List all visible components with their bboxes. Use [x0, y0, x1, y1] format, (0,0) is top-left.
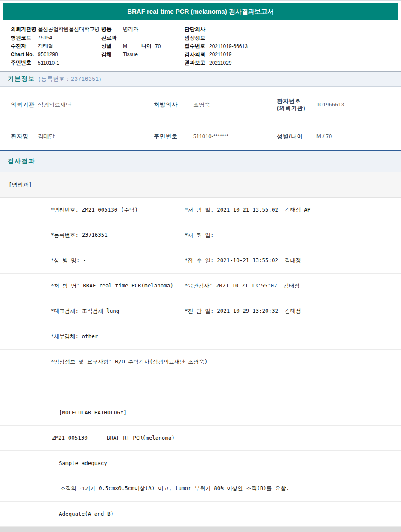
page-bottom-edge: [0, 527, 401, 532]
field-label: 주민번호: [11, 59, 38, 66]
department-label: [병리과]: [9, 181, 32, 189]
result-text-left: [MOLECULAR PATHOLOGY]: [0, 409, 185, 416]
field-label: 성별: [101, 42, 123, 50]
field-label: 나이: [141, 42, 155, 50]
field-value: 울산공업학원울산대학교병: [38, 26, 101, 33]
field-label: 병동: [101, 26, 123, 33]
field-value: M: [123, 43, 141, 49]
info-row-chart-no: Chart No. 9501290 검체 Tissue 검사의뢰 2021101…: [0, 51, 401, 59]
table-row: 환자명 김태달 주민번호 511010-******* 성별/나이 M / 70: [0, 123, 401, 150]
field-label: 환자명: [11, 133, 38, 140]
result-text-left: ZM21-005130 BRAF RT-PCR(melanoma): [0, 435, 185, 441]
field-label: 처방의사: [154, 101, 193, 109]
result-row: *임상정보 및 요구사항: R/O 수탁검사(삼광의료재단-조영숙): [0, 350, 401, 375]
field-value: 20211029: [209, 60, 401, 66]
field-value: 20211019: [209, 51, 401, 57]
result-rows: *병리번호: ZM21-005130 (수탁) *처 방 일: 2021-10-…: [0, 198, 401, 527]
field-value: 75154: [38, 35, 101, 41]
result-text-right: *채 취 일:: [185, 232, 214, 239]
result-row-test-name: ZM21-005130 BRAF RT-PCR(melanoma): [0, 426, 401, 451]
result-text-left: *등록번호: 23716351: [0, 232, 185, 239]
section-header-results: 검사결과: [0, 151, 401, 172]
field-label: 병원코드: [11, 34, 38, 42]
field-value: 70: [155, 43, 185, 49]
field-label: 접수번호: [185, 42, 209, 50]
section-title: 검사결과: [8, 157, 35, 165]
result-row-molecular-pathology: [MOLECULAR PATHOLOGY]: [0, 400, 401, 426]
basic-info-table: 의뢰기관 삼광의료재단 처방의사 조영숙 환자번호 (의뢰기관) 1019666…: [0, 87, 401, 151]
result-row: *처 방 명: BRAF real-time PCR(melanoma) *육안…: [0, 274, 401, 299]
result-row-blank: [0, 375, 401, 400]
result-text-right: *육안검사: 2021-10-21 13:55:02 김태정: [185, 282, 300, 290]
field-value: 김태달: [38, 42, 101, 50]
field-value: 511010-1: [38, 60, 101, 66]
table-row: 의뢰기관 삼광의료재단 처방의사 조영숙 환자번호 (의뢰기관) 1019666…: [0, 87, 401, 123]
section-header-basic-info: 기본정보 (등록번호 : 23716351): [0, 71, 401, 87]
report-title-bar: BRAF real-time PCR (melanoma) 검사결과보고서: [3, 3, 398, 20]
field-label: 결과보고: [185, 59, 209, 66]
field-label: 수진자: [11, 42, 38, 50]
result-row: *세부검체: other: [0, 324, 401, 350]
patient-header-info: 의뢰기관명 울산공업학원울산대학교병 병동 병리과 담당의사 병원코드 7515…: [0, 20, 401, 71]
field-label: 검사의뢰: [185, 51, 209, 58]
result-text-left: *임상정보 및 요구사항: R/O 수탁검사(삼광의료재단-조영숙): [0, 358, 207, 366]
field-label: 검체: [101, 51, 123, 58]
result-row: *대표검체: 조직검체 lung *진 단 일: 2021-10-29 13:2…: [0, 299, 401, 324]
field-label: 의뢰기관명: [11, 26, 38, 33]
info-row-patient: 수진자 김태달 성별 M 나이 70 접수번호 20211019-66613: [0, 42, 401, 51]
result-text-right: *진 단 일: 2021-10-29 13:20:32 김태정: [185, 308, 301, 315]
result-text-left: *병리번호: ZM21-005130 (수탁): [0, 206, 185, 214]
field-value: 병리과: [123, 26, 185, 33]
info-row-referrer: 의뢰기관명 울산공업학원울산대학교병 병동 병리과 담당의사: [0, 25, 401, 34]
field-label: 의뢰기관: [11, 101, 38, 109]
field-label: Chart No.: [11, 51, 38, 57]
result-row-sample-adequacy: Sample adequacy: [0, 451, 401, 476]
field-value: 20211019-66613: [209, 43, 401, 49]
result-text-left: Sample adequacy: [0, 460, 185, 466]
result-row-adequacy-criteria: 조직의 크기가 0.5cmx0.5cm이상(A) 이고, tumor 부위가 8…: [0, 476, 401, 502]
field-label-patient-no: 환자번호 (의뢰기관): [277, 98, 316, 112]
result-row: *상 병 명: - *접 수 일: 2021-10-21 13:55:02 김태…: [0, 248, 401, 274]
result-text-left: 조직의 크기가 0.5cmx0.5cm이상(A) 이고, tumor 부위가 8…: [0, 485, 289, 492]
field-label: 담당의사: [185, 26, 209, 33]
field-value: 101966613: [316, 101, 401, 108]
result-text-left: Adequate(A and B): [0, 511, 185, 517]
info-row-hospital-code: 병원코드 75154 진료과 임상정보: [0, 34, 401, 42]
field-value: Tissue: [123, 51, 185, 57]
info-row-resident-no: 주민번호 511010-1 결과보고 20211029: [0, 59, 401, 67]
result-text-left: *대표검체: 조직검체 lung: [0, 308, 185, 315]
result-text-left: *상 병 명: -: [0, 257, 185, 264]
section-subtitle: (등록번호 : 23716351): [39, 75, 101, 83]
result-text-left: *세부검체: other: [0, 333, 185, 340]
result-text-right: *처 방 일: 2021-10-21 13:55:02 김태정 AP: [185, 206, 310, 214]
field-label: 임상정보: [185, 34, 209, 42]
report-title: BRAF real-time PCR (melanoma) 검사결과보고서: [127, 8, 274, 15]
field-label: 주민번호: [154, 133, 193, 140]
field-value: M / 70: [316, 133, 401, 139]
department-row: [병리과]: [0, 172, 401, 198]
field-label: 진료과: [101, 34, 123, 42]
report-page: BRAF real-time PCR (melanoma) 검사결과보고서 의뢰…: [0, 0, 401, 532]
field-value: 9501290: [38, 51, 101, 57]
result-text-right: *접 수 일: 2021-10-21 13:55:02 김태정: [185, 257, 301, 264]
field-label: 성별/나이: [277, 133, 316, 140]
field-value: 김태달: [38, 133, 154, 140]
result-row: *등록번호: 23716351 *채 취 일:: [0, 223, 401, 248]
field-value: 삼광의료재단: [38, 101, 154, 109]
result-row-adequacy-result: Adequate(A and B): [0, 502, 401, 527]
field-value: 조영숙: [193, 101, 277, 109]
field-value: 511010-*******: [193, 133, 277, 139]
result-text-left: *처 방 명: BRAF real-time PCR(melanoma): [0, 282, 185, 290]
section-title: 기본정보: [8, 75, 35, 83]
result-row: *병리번호: ZM21-005130 (수탁) *처 방 일: 2021-10-…: [0, 198, 401, 223]
